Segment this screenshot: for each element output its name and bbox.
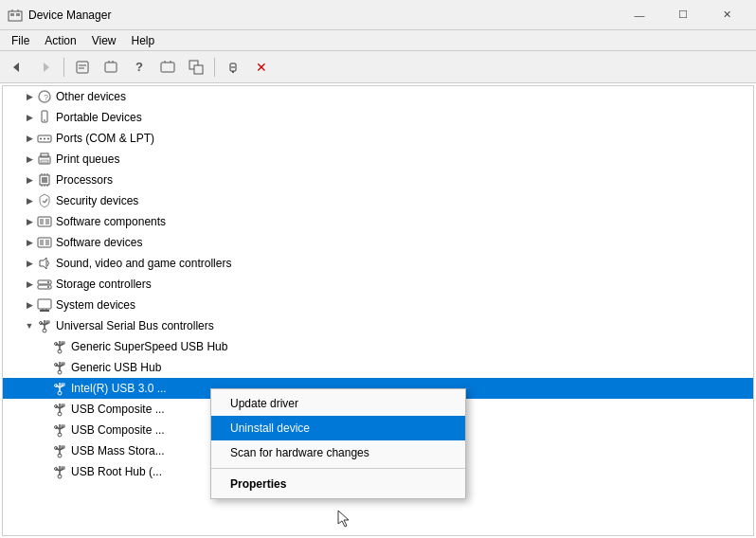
ctx-uninstall-device[interactable]: Uninstall device [211,416,465,440]
icon-other-devices: ? [37,89,52,104]
icon-system [37,297,52,313]
svg-rect-17 [194,65,203,74]
svg-point-27 [40,138,42,140]
label-usb-root-hub: USB Root Hub (... [71,465,162,478]
toolbar-sep-1 [63,58,64,77]
tree-item-print-queues[interactable]: ▶ Print queues [3,149,753,170]
window-controls: — ☐ ✕ [618,0,748,30]
svg-marker-6 [44,63,49,72]
svg-rect-44 [40,219,44,224]
label-software-components: Software components [56,215,166,228]
window-title: Device Manager [28,9,618,22]
main-area: ▶ ? Other devices ▶ Portable Devices [0,83,756,538]
expand-usb[interactable]: ▼ [22,318,37,333]
tree-item-other-devices[interactable]: ▶ ? Other devices [3,86,753,107]
toolbar-btn-help[interactable]: ? [126,55,153,80]
expand-system[interactable]: ▶ [22,297,37,313]
close-button[interactable]: ✕ [705,0,748,30]
icon-usb-mass-storage [52,443,67,458]
maximize-button[interactable]: ☐ [661,0,705,30]
svg-rect-32 [41,160,48,163]
expand-sound[interactable]: ▶ [22,256,37,271]
toolbar-btn-update[interactable] [98,55,124,80]
label-sound: Sound, video and game controllers [56,257,231,270]
label-security: Security devices [56,194,138,207]
tree-item-portable-devices[interactable]: ▶ Portable Devices [3,107,753,128]
expand-software-devices[interactable]: ▶ [22,235,37,250]
tree-item-system[interactable]: ▶ System devices [3,295,753,315]
toolbar-btn-properties[interactable] [69,55,96,80]
label-software-devices: Software devices [56,236,142,249]
label-storage: Storage controllers [56,278,152,291]
svg-rect-34 [42,177,47,183]
toolbar-btn-remove[interactable]: ✕ [248,55,275,80]
icon-superspeed-hub [52,339,67,354]
menu-help[interactable]: Help [124,32,163,49]
toolbar-btn-plug[interactable] [220,55,246,80]
menu-file[interactable]: File [4,32,37,49]
svg-rect-62 [46,321,49,323]
svg-rect-2 [16,13,20,16]
tree-item-security[interactable]: ▶ Security devices [3,190,753,211]
icon-processors [37,172,52,188]
back-button[interactable] [4,55,30,80]
label-usb-composite1: USB Composite ... [71,403,165,416]
tree-item-processors[interactable]: ▶ Processors [3,170,753,190]
label-ports: Ports (COM & LPT) [56,132,154,145]
tree-item-sound[interactable]: ▶ Sound, video and game controllers [3,253,753,274]
svg-text:?: ? [44,93,48,102]
expand-print-queues[interactable]: ▶ [22,152,37,167]
icon-intel-usb [52,381,67,396]
menu-bar: File Action View Help [0,30,756,51]
ctx-scan-hardware[interactable]: Scan for hardware changes [211,440,465,465]
expand-software-components[interactable]: ▶ [22,214,37,229]
icon-usb-composite2 [52,422,67,438]
svg-point-29 [47,138,49,140]
expand-other-devices[interactable]: ▶ [22,89,37,104]
ctx-properties[interactable]: Properties [211,472,465,496]
label-print-queues: Print queues [56,152,119,166]
svg-rect-48 [45,240,49,245]
svg-rect-1 [10,13,14,16]
svg-point-28 [44,138,45,140]
label-superspeed-hub: Generic SuperSpeed USB Hub [71,340,227,353]
svg-line-42 [45,199,47,203]
expand-ports[interactable]: ▶ [22,131,37,146]
expand-security[interactable]: ▶ [22,193,37,208]
tree-item-superspeed-hub[interactable]: ▶ Generic SuperSpeed USB Hub [3,336,753,357]
tree-item-software-components[interactable]: ▶ Software components [3,211,753,232]
expand-storage[interactable]: ▶ [22,277,37,292]
label-other-devices: Other devices [56,90,126,103]
toolbar-btn-window[interactable] [183,55,209,80]
tree-item-software-devices[interactable]: ▶ Software devices [3,232,753,253]
toolbar-btn-scan[interactable] [154,55,181,80]
svg-rect-45 [45,219,49,224]
label-processors: Processors [56,173,113,187]
forward-button[interactable] [32,55,59,80]
svg-rect-86 [62,404,64,406]
svg-rect-104 [62,467,64,469]
svg-marker-49 [40,258,46,269]
expand-processors[interactable]: ▶ [22,172,37,188]
svg-marker-5 [13,63,19,72]
icon-software-components [37,214,52,229]
tree-item-generic-hub[interactable]: ▶ Generic USB Hub [3,357,753,378]
icon-usb-composite1 [52,402,67,417]
tree-item-storage[interactable]: ▶ Storage controllers [3,274,753,295]
icon-storage [37,277,52,292]
icon-generic-hub [52,360,67,375]
svg-rect-18 [230,63,236,71]
expand-portable-devices[interactable]: ▶ [22,110,37,125]
ctx-update-driver[interactable]: Update driver [211,391,465,416]
svg-rect-68 [62,342,64,344]
tree-item-ports[interactable]: ▶ Ports (COM & LPT) [3,128,753,149]
tree-item-usb[interactable]: ▼ Universal Serial Bus controllers [3,315,753,336]
icon-software-devices [37,235,52,250]
menu-action[interactable]: Action [37,32,83,49]
menu-view[interactable]: View [84,32,124,49]
svg-rect-74 [62,363,64,365]
svg-rect-7 [77,62,88,73]
svg-rect-47 [40,240,44,245]
minimize-button[interactable]: — [618,0,661,30]
svg-point-52 [47,281,49,283]
